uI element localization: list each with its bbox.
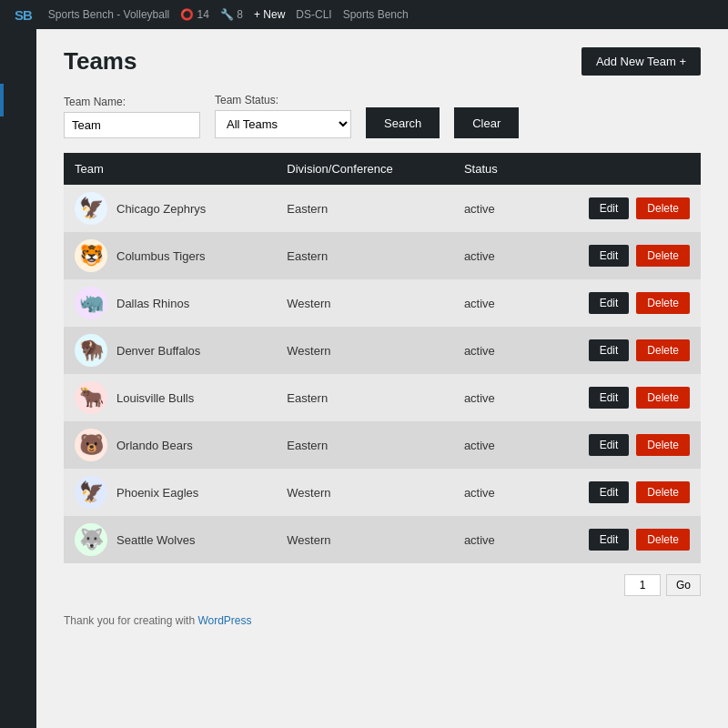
team-name-label: Team Name: bbox=[64, 96, 200, 108]
go-button[interactable]: Go bbox=[666, 574, 701, 596]
table-row: 🐻 Orlando Bears Eastern active Edit Dele… bbox=[64, 421, 701, 469]
team-cell: 🐯 Columbus Tigers bbox=[64, 232, 276, 279]
col-team: Team bbox=[64, 153, 276, 185]
table-row: 🦏 Dallas Rhinos Western active Edit Dele… bbox=[64, 279, 701, 327]
col-division: Division/Conference bbox=[276, 153, 453, 185]
layout: Teams Add New Team + Team Name: Team Sta… bbox=[0, 29, 728, 728]
action-cell: Edit Delete bbox=[530, 469, 701, 516]
status-cell: active bbox=[453, 516, 530, 563]
team-cell: 🐂 Louisville Bulls bbox=[64, 374, 276, 421]
table-row: 🐂 Louisville Bulls Eastern active Edit D… bbox=[64, 374, 701, 421]
team-name: Phoenix Eagles bbox=[116, 486, 198, 500]
division-cell: Eastern bbox=[276, 185, 453, 232]
admin-logo: SB bbox=[7, 0, 39, 30]
search-button[interactable]: Search bbox=[366, 107, 440, 138]
team-status-label: Team Status: bbox=[215, 94, 351, 106]
action-cell: Edit Delete bbox=[530, 374, 701, 421]
admin-bar-new[interactable]: + New bbox=[254, 8, 285, 21]
edit-button[interactable]: Edit bbox=[589, 245, 630, 267]
main-content: Teams Add New Team + Team Name: Team Sta… bbox=[36, 29, 728, 728]
sidebar-accent bbox=[0, 84, 4, 116]
team-cell: 🦅 Phoenix Eagles bbox=[64, 469, 276, 516]
sidebar bbox=[0, 29, 36, 728]
col-status: Status bbox=[453, 153, 530, 185]
admin-bar-items: Sports Bench - Volleyball ⭕ 14 🔧 8 + New… bbox=[48, 8, 409, 21]
status-cell: active bbox=[453, 185, 530, 232]
delete-button[interactable]: Delete bbox=[636, 197, 690, 219]
col-actions bbox=[530, 153, 701, 185]
team-cell: 🦏 Dallas Rhinos bbox=[64, 279, 276, 327]
add-new-team-button[interactable]: Add New Team + bbox=[581, 47, 701, 76]
division-cell: Western bbox=[276, 279, 453, 327]
team-status-select[interactable]: All Teams Active Inactive bbox=[215, 110, 351, 138]
team-logo: 🐻 bbox=[75, 429, 107, 461]
sb-logo-text: SB bbox=[15, 7, 32, 23]
edit-button[interactable]: Edit bbox=[589, 481, 630, 503]
team-name: Orlando Bears bbox=[116, 439, 193, 452]
status-cell: active bbox=[453, 374, 530, 421]
team-cell: 🐺 Seattle Wolves bbox=[64, 516, 276, 563]
team-name: Dallas Rhinos bbox=[116, 297, 189, 310]
division-cell: Eastern bbox=[276, 232, 453, 279]
admin-bar-dscli[interactable]: DS-CLI bbox=[296, 8, 331, 21]
footer: Thank you for creating with WordPress bbox=[64, 614, 701, 627]
team-name: Louisville Bulls bbox=[116, 391, 194, 405]
team-name: Seattle Wolves bbox=[116, 533, 195, 547]
team-name: Denver Buffalos bbox=[116, 344, 200, 358]
admin-bar-sportsbench[interactable]: Sports Bench bbox=[343, 8, 409, 21]
teams-table: Team Division/Conference Status 🦅 Chicag… bbox=[64, 153, 701, 563]
page-number-input[interactable] bbox=[624, 574, 661, 596]
team-cell: 🐻 Orlando Bears bbox=[64, 421, 276, 469]
team-cell: 🦅 Chicago Zephrys bbox=[64, 185, 276, 232]
delete-button[interactable]: Delete bbox=[636, 481, 690, 503]
team-name-filter-group: Team Name: bbox=[64, 96, 200, 138]
team-name-input[interactable] bbox=[64, 112, 200, 138]
team-status-filter-group: Team Status: All Teams Active Inactive bbox=[215, 94, 351, 138]
team-cell: 🦬 Denver Buffalos bbox=[64, 327, 276, 374]
edit-button[interactable]: Edit bbox=[589, 197, 630, 219]
team-name: Columbus Tigers bbox=[116, 249, 206, 263]
table-row: 🐺 Seattle Wolves Western active Edit Del… bbox=[64, 516, 701, 563]
delete-button[interactable]: Delete bbox=[636, 434, 690, 456]
status-cell: active bbox=[453, 469, 530, 516]
team-logo: 🐂 bbox=[75, 381, 107, 414]
action-cell: Edit Delete bbox=[530, 279, 701, 327]
division-cell: Eastern bbox=[276, 421, 453, 469]
edit-button[interactable]: Edit bbox=[589, 339, 630, 361]
filter-row: Team Name: Team Status: All Teams Active… bbox=[64, 94, 701, 138]
delete-button[interactable]: Delete bbox=[636, 292, 690, 314]
page-title: Teams bbox=[64, 47, 136, 76]
edit-button[interactable]: Edit bbox=[589, 529, 630, 551]
action-cell: Edit Delete bbox=[530, 232, 701, 279]
pagination: Go bbox=[64, 574, 701, 596]
edit-button[interactable]: Edit bbox=[589, 387, 630, 409]
delete-button[interactable]: Delete bbox=[636, 529, 690, 551]
table-row: 🦅 Phoenix Eagles Western active Edit Del… bbox=[64, 469, 701, 516]
status-cell: active bbox=[453, 327, 530, 374]
edit-button[interactable]: Edit bbox=[589, 292, 630, 314]
action-cell: Edit Delete bbox=[530, 516, 701, 563]
action-cell: Edit Delete bbox=[530, 327, 701, 374]
team-name: Chicago Zephrys bbox=[116, 202, 206, 216]
admin-bar-updates[interactable]: 🔧 8 bbox=[220, 8, 243, 21]
clear-button[interactable]: Clear bbox=[454, 107, 519, 138]
action-cell: Edit Delete bbox=[530, 185, 701, 232]
division-cell: Western bbox=[276, 516, 453, 563]
admin-bar-site[interactable]: Sports Bench - Volleyball bbox=[48, 8, 169, 21]
admin-bar: SB Sports Bench - Volleyball ⭕ 14 🔧 8 + … bbox=[0, 0, 728, 29]
footer-text: Thank you for creating with bbox=[64, 614, 197, 627]
action-cell: Edit Delete bbox=[530, 421, 701, 469]
delete-button[interactable]: Delete bbox=[636, 387, 690, 409]
admin-bar-comments[interactable]: ⭕ 14 bbox=[180, 8, 209, 21]
team-logo: 🦅 bbox=[75, 192, 107, 225]
page-header: Teams Add New Team + bbox=[64, 47, 701, 76]
division-cell: Western bbox=[276, 469, 453, 516]
edit-button[interactable]: Edit bbox=[589, 434, 630, 456]
team-logo: 🐯 bbox=[75, 239, 107, 272]
delete-button[interactable]: Delete bbox=[636, 245, 690, 267]
status-cell: active bbox=[453, 232, 530, 279]
delete-button[interactable]: Delete bbox=[636, 339, 690, 361]
wordpress-link[interactable]: WordPress bbox=[197, 614, 251, 627]
division-cell: Eastern bbox=[276, 374, 453, 421]
status-cell: active bbox=[453, 279, 530, 327]
